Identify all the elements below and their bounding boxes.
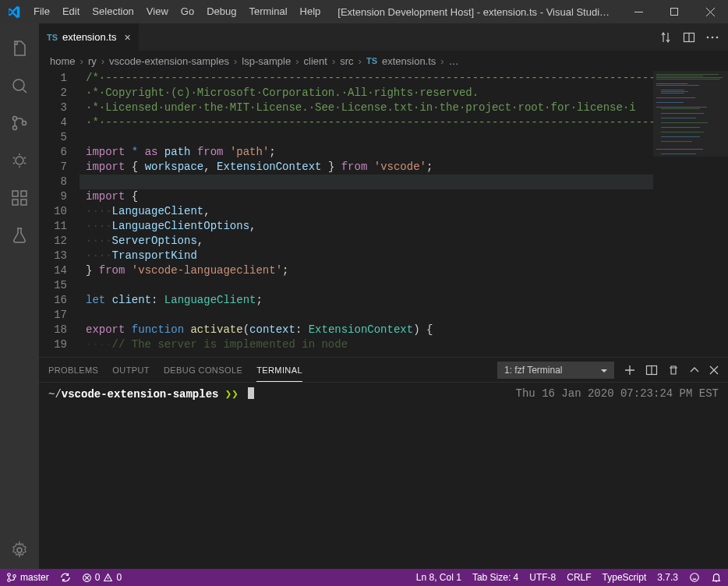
svg-point-6 bbox=[16, 157, 23, 164]
code-line[interactable]: import { bbox=[80, 189, 728, 204]
sync-status[interactable] bbox=[60, 572, 71, 583]
code-line[interactable]: ····TransportKind bbox=[80, 249, 728, 263]
menu-file[interactable]: File bbox=[27, 0, 56, 23]
eol-status[interactable]: CRLF bbox=[567, 572, 591, 583]
code-editor[interactable]: 12345678910111213141516171819 /*·-------… bbox=[39, 71, 728, 357]
line-number: 15 bbox=[39, 278, 67, 293]
tab-label: extension.ts bbox=[62, 31, 116, 43]
code-line[interactable]: /*·-------------------------------------… bbox=[80, 71, 728, 86]
compare-changes-icon[interactable] bbox=[659, 31, 672, 44]
panel-tab-debug-console[interactable]: DEBUG CONSOLE bbox=[164, 365, 242, 375]
breadcrumb-segment[interactable]: extension.ts bbox=[382, 55, 436, 67]
line-number: 7 bbox=[39, 160, 67, 175]
minimize-button[interactable] bbox=[620, 0, 656, 23]
terminal-cursor bbox=[248, 387, 254, 399]
cursor-position-status[interactable]: Ln 8, Col 1 bbox=[416, 572, 461, 583]
editor-tabs: TS extension.ts × bbox=[39, 23, 728, 51]
code-line[interactable] bbox=[80, 175, 728, 189]
menu-go[interactable]: Go bbox=[175, 0, 200, 23]
breadcrumb-segment[interactable]: … bbox=[449, 55, 459, 67]
split-editor-icon[interactable] bbox=[683, 31, 695, 44]
tab-extension-ts[interactable]: TS extension.ts × bbox=[39, 23, 140, 51]
line-number: 16 bbox=[39, 293, 67, 308]
code-line[interactable]: import { workspace, ExtensionContext } f… bbox=[80, 160, 728, 175]
typescript-version-status[interactable]: 3.7.3 bbox=[657, 572, 678, 583]
terminal-timestamp: Thu 16 Jan 2020 07:23:24 PM EST bbox=[516, 387, 719, 564]
line-number: 3 bbox=[39, 101, 67, 115]
code-line[interactable] bbox=[80, 130, 728, 145]
line-number: 4 bbox=[39, 115, 67, 130]
tab-size-status[interactable]: Tab Size: 4 bbox=[472, 572, 518, 583]
breadcrumb-segment[interactable]: vscode-extension-samples bbox=[109, 55, 229, 67]
breadcrumb-segment[interactable]: lsp-sample bbox=[242, 55, 291, 67]
code-line[interactable]: ·*·Licensed·under·the·MIT·License.·See·L… bbox=[80, 101, 728, 115]
breadcrumb-separator: › bbox=[332, 55, 335, 67]
code-line[interactable]: import * as path from 'path'; bbox=[80, 145, 728, 160]
svg-point-15 bbox=[716, 36, 719, 38]
new-terminal-icon[interactable] bbox=[624, 364, 636, 376]
debug-icon[interactable] bbox=[1, 142, 38, 179]
maximize-button[interactable] bbox=[656, 0, 692, 23]
explorer-icon[interactable] bbox=[1, 30, 38, 67]
terminal-body[interactable]: ~/vscode-extension-samples ❯❯ Thu 16 Jan… bbox=[39, 383, 728, 569]
line-number: 10 bbox=[39, 204, 67, 219]
close-button[interactable] bbox=[692, 0, 728, 23]
tab-close-icon[interactable]: × bbox=[121, 31, 130, 44]
split-terminal-icon[interactable] bbox=[645, 364, 658, 376]
code-line[interactable]: ·*·-------------------------------------… bbox=[80, 115, 728, 130]
testing-icon[interactable] bbox=[1, 217, 38, 254]
code-line[interactable]: ····LanguageClient, bbox=[80, 204, 728, 219]
vscode-logo-icon bbox=[0, 5, 27, 19]
menu-view[interactable]: View bbox=[140, 0, 175, 23]
menu-terminal[interactable]: Terminal bbox=[242, 0, 293, 23]
minimap[interactable] bbox=[653, 71, 728, 357]
terminal-selector[interactable]: 1: fzf Terminal bbox=[497, 362, 614, 379]
menu-help[interactable]: Help bbox=[294, 0, 327, 23]
line-number: 12 bbox=[39, 234, 67, 249]
code-line[interactable]: ····ServerOptions, bbox=[80, 234, 728, 249]
settings-gear-icon[interactable] bbox=[1, 531, 38, 569]
source-control-icon[interactable] bbox=[1, 104, 38, 142]
code-content[interactable]: /*·-------------------------------------… bbox=[80, 71, 728, 357]
more-actions-icon[interactable] bbox=[706, 36, 719, 39]
search-icon[interactable] bbox=[1, 67, 38, 104]
breadcrumb-segment[interactable]: client bbox=[304, 55, 327, 67]
code-line[interactable] bbox=[80, 308, 728, 323]
code-line[interactable]: } from 'vscode-languageclient'; bbox=[80, 263, 728, 278]
menu-edit[interactable]: Edit bbox=[56, 0, 86, 23]
line-number: 11 bbox=[39, 219, 67, 234]
panel-tab-problems[interactable]: PROBLEMS bbox=[48, 365, 98, 375]
breadcrumb-segment[interactable]: ry bbox=[88, 55, 97, 67]
feedback-icon[interactable] bbox=[689, 572, 700, 583]
close-panel-icon[interactable] bbox=[709, 365, 719, 375]
svg-rect-10 bbox=[21, 191, 27, 196]
line-number: 13 bbox=[39, 249, 67, 263]
code-line[interactable]: export function activate(context: Extens… bbox=[80, 323, 728, 337]
line-number: 8 bbox=[39, 175, 67, 189]
code-line[interactable]: ····// The server is implemented in node bbox=[80, 337, 728, 352]
panel-tab-terminal[interactable]: TERMINAL bbox=[256, 365, 302, 382]
notifications-icon[interactable] bbox=[711, 572, 722, 583]
code-line[interactable]: ····LanguageClientOptions, bbox=[80, 219, 728, 234]
menu-debug[interactable]: Debug bbox=[200, 0, 242, 23]
git-branch-status[interactable]: master bbox=[6, 572, 49, 583]
problems-status[interactable]: 0 0 bbox=[82, 572, 122, 583]
svg-point-19 bbox=[13, 575, 16, 578]
code-line[interactable]: let client: LanguageClient; bbox=[80, 293, 728, 308]
breadcrumbs[interactable]: home›ry›vscode-extension-samples›lsp-sam… bbox=[39, 51, 728, 71]
encoding-status[interactable]: UTF-8 bbox=[529, 572, 556, 583]
panel-tab-output[interactable]: OUTPUT bbox=[112, 365, 150, 375]
menu-selection[interactable]: Selection bbox=[86, 0, 140, 23]
code-line[interactable]: ·*·Copyright·(c)·Microsoft·Corporation.·… bbox=[80, 86, 728, 101]
breadcrumb-segment[interactable]: src bbox=[340, 55, 353, 67]
breadcrumb-separator: › bbox=[234, 55, 237, 67]
maximize-panel-icon[interactable] bbox=[689, 365, 700, 376]
extensions-icon[interactable] bbox=[1, 179, 38, 217]
code-line[interactable] bbox=[80, 278, 728, 293]
language-mode-status[interactable]: TypeScript bbox=[603, 572, 647, 583]
typescript-file-icon: TS bbox=[366, 56, 377, 65]
line-number: 5 bbox=[39, 130, 67, 145]
svg-point-14 bbox=[712, 36, 714, 38]
kill-terminal-icon[interactable] bbox=[667, 364, 680, 376]
breadcrumb-segment[interactable]: home bbox=[50, 55, 76, 67]
